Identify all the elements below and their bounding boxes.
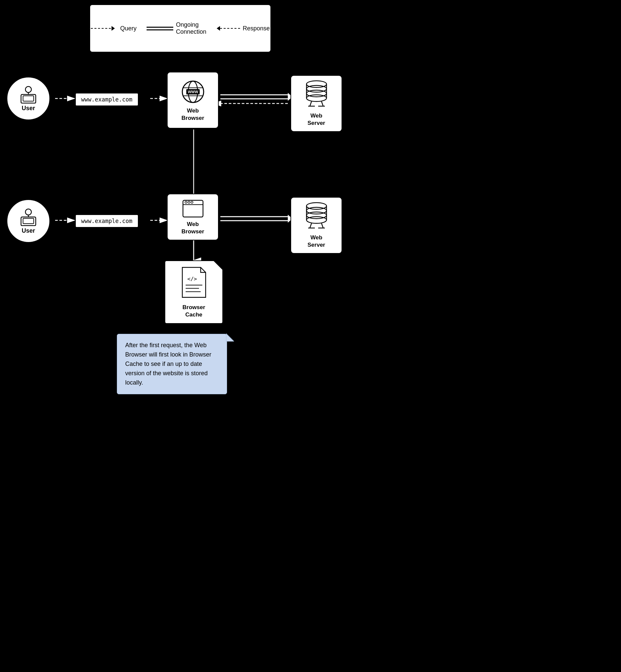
user-icon-1: [18, 85, 38, 103]
browser-cache-label: BrowserCache: [182, 304, 205, 319]
web-browser-label-2: WebBrowser: [181, 221, 204, 235]
note-corner-icon: [226, 334, 234, 341]
legend-box: Query Ongoing Connection Response: [90, 5, 271, 52]
svg-point-51: [185, 201, 187, 203]
legend-response-label: Response: [243, 25, 270, 32]
legend-response: Response: [217, 25, 270, 32]
svg-rect-45: [23, 218, 34, 224]
response-arrow-icon: [217, 26, 240, 31]
web-browser-box-1: WWW WebBrowser: [167, 72, 219, 129]
legend-query: Query: [91, 25, 136, 32]
svg-point-39: [306, 95, 327, 101]
server-icon-2: [303, 202, 330, 232]
svg-marker-72: [226, 334, 234, 341]
svg-point-53: [191, 201, 193, 203]
legend-ongoing: Ongoing Connection: [147, 22, 207, 35]
legend-ongoing-label: Ongoing Connection: [176, 22, 207, 35]
browser-cache-box: </> BrowserCache: [165, 260, 223, 324]
user-circle-2: User: [7, 199, 50, 243]
url-text-1: www.example.com: [81, 96, 132, 103]
user-icon-2: [18, 208, 38, 226]
globe-icon-1: WWW: [180, 78, 206, 105]
browser-icon-2: [181, 199, 205, 219]
svg-text:WWW: WWW: [188, 90, 198, 94]
cache-doc-icon: </>: [179, 266, 209, 299]
query-arrow-icon: [91, 26, 118, 31]
web-server-box-1: WebServer: [290, 75, 342, 132]
svg-point-46: [26, 209, 31, 215]
web-server-box-2: WebServer: [290, 197, 342, 254]
svg-point-63: [306, 217, 327, 223]
svg-line-41: [322, 101, 323, 106]
web-browser-box-2: WebBrowser: [167, 194, 219, 240]
url-box-2: www.example.com: [75, 214, 138, 228]
web-server-label-1: WebServer: [307, 112, 325, 127]
user-label-1: User: [22, 105, 35, 112]
note-box: After the first request, the Web Browser…: [117, 334, 227, 394]
url-box-1: www.example.com: [75, 93, 138, 106]
svg-text:</>: </>: [187, 276, 197, 282]
user-circle-1: User: [7, 77, 50, 120]
user-label-2: User: [22, 227, 35, 234]
svg-line-40: [310, 101, 312, 106]
diagram-container: Query Ongoing Connection Response: [0, 0, 354, 672]
ongoing-line-icon: [147, 27, 173, 30]
note-text: After the first request, the Web Browser…: [125, 342, 211, 386]
url-text-2: www.example.com: [81, 218, 132, 224]
svg-point-21: [26, 86, 31, 92]
svg-line-65: [322, 223, 323, 228]
web-browser-label-1: WebBrowser: [181, 107, 204, 122]
web-server-label-2: WebServer: [307, 234, 325, 249]
svg-rect-20: [23, 96, 34, 101]
server-icon-1: [303, 80, 330, 110]
legend-query-label: Query: [120, 25, 136, 32]
svg-point-52: [188, 201, 190, 203]
svg-line-64: [310, 223, 312, 228]
